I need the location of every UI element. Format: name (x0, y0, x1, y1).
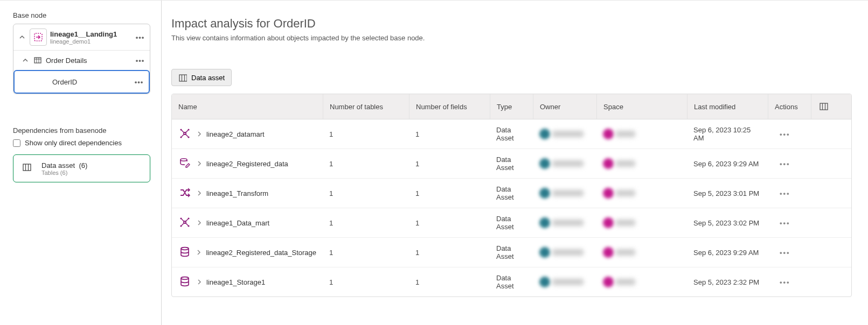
col-fields[interactable]: Number of fields (409, 94, 490, 119)
page-subtitle: This view contains information about obj… (171, 34, 852, 42)
storage-icon (178, 245, 192, 259)
hub-icon (178, 216, 192, 230)
row-type: Data Asset (490, 274, 533, 290)
chevron-right-icon[interactable] (196, 130, 203, 138)
table-row[interactable]: lineage1_Storage1 1 1 Data Asset Sep 5, … (172, 267, 851, 296)
col-owner[interactable]: Owner (533, 94, 596, 119)
row-fields: 1 (409, 189, 490, 197)
selected-field-row[interactable]: OrderID ••• (13, 70, 150, 94)
table-icon (33, 55, 43, 65)
edit-db-icon (178, 157, 192, 171)
row-space (596, 217, 687, 228)
row-name: lineage1_Data_mart (206, 219, 269, 227)
row-space (596, 158, 687, 169)
chevron-right-icon[interactable] (196, 189, 203, 197)
show-direct-label[interactable]: Show only direct dependencies (25, 139, 122, 147)
row-space (596, 188, 687, 199)
base-node-subtitle: lineage_demo1 (50, 38, 131, 45)
row-tables: 1 (323, 189, 409, 197)
row-name: lineage1_Transform (206, 189, 268, 197)
row-actions-button[interactable]: ••• (774, 189, 790, 197)
child-node-row[interactable]: Order Details ••• (13, 50, 150, 70)
row-actions-button[interactable]: ••• (774, 249, 790, 257)
row-fields: 1 (409, 219, 490, 227)
row-type: Data Asset (490, 185, 533, 201)
col-space[interactable]: Space (596, 94, 687, 119)
row-tables: 1 (323, 278, 409, 286)
row-owner (533, 277, 596, 287)
table-row[interactable]: lineage2_Registered_data 1 1 Data Asset … (172, 149, 851, 179)
row-actions-button[interactable]: ••• (774, 130, 790, 138)
table-row[interactable]: lineage2_datamart 1 1 Data Asset Sep 6, … (172, 119, 851, 149)
row-name: lineage1_Storage1 (206, 278, 265, 286)
base-node-label: Base node (13, 11, 150, 19)
base-node-card: lineage1__Landing1 lineage_demo1 ••• Ord… (13, 24, 150, 94)
row-fields: 1 (409, 130, 490, 138)
chevron-right-icon[interactable] (196, 219, 203, 227)
row-actions-button[interactable]: ••• (774, 160, 790, 168)
row-owner (533, 188, 596, 199)
base-node-title: lineage1__Landing1 (50, 30, 131, 38)
selected-field-title: OrderID (36, 78, 134, 86)
col-tables[interactable]: Number of tables (323, 94, 409, 119)
columns-icon (20, 160, 36, 176)
table-header: Name Number of tables Number of fields T… (172, 94, 851, 119)
row-type: Data Asset (490, 156, 533, 172)
data-asset-filter-button[interactable]: Data asset (171, 69, 232, 86)
row-name: lineage2_Registered_data (206, 160, 288, 168)
more-icon[interactable]: ••• (134, 76, 144, 87)
chevron-right-icon[interactable] (195, 249, 203, 256)
row-actions-button[interactable]: ••• (774, 278, 790, 286)
row-modified: Sep 6, 2023 9:29 AM (687, 249, 768, 257)
child-node-title: Order Details (46, 56, 131, 65)
page-title: Impact analysis for OrderID (171, 17, 852, 31)
table-row[interactable]: lineage2_Registered_data_Storage 1 1 Dat… (172, 238, 851, 267)
row-modified: Sep 5, 2023 3:01 PM (687, 189, 768, 197)
chevron-up-icon[interactable] (18, 33, 26, 41)
row-fields: 1 (409, 249, 490, 257)
row-fields: 1 (409, 160, 490, 168)
row-type: Data Asset (490, 215, 533, 231)
row-name: lineage2_Registered_data_Storage (206, 249, 316, 257)
dependencies-label: Dependencies from basenode (13, 126, 150, 135)
row-space (596, 247, 687, 258)
row-modified: Sep 6, 2023 10:25 AM (687, 126, 768, 142)
col-modified[interactable]: Last modified (687, 94, 768, 119)
row-modified: Sep 5, 2023 3:02 PM (687, 219, 768, 227)
row-actions-button[interactable]: ••• (774, 219, 790, 227)
more-icon[interactable]: ••• (135, 32, 145, 43)
row-space (596, 129, 687, 139)
row-tables: 1 (323, 219, 409, 227)
col-type[interactable]: Type (490, 94, 533, 119)
sidebar: Base node lineage1__Landing1 lineage_dem… (0, 1, 162, 325)
results-table: Name Number of tables Number of fields T… (171, 94, 852, 297)
row-owner (533, 158, 596, 169)
chevron-right-icon[interactable] (196, 278, 203, 286)
row-tables: 1 (323, 249, 409, 257)
col-actions[interactable]: Actions (768, 94, 811, 119)
row-fields: 1 (409, 278, 490, 286)
row-owner (533, 247, 596, 258)
filter-data-asset[interactable]: Data asset (6) Tables (6) (13, 154, 150, 182)
col-name[interactable]: Name (172, 94, 323, 119)
hub-icon (178, 127, 192, 141)
chevron-right-icon[interactable] (196, 160, 203, 167)
table-row[interactable]: lineage1_Data_mart 1 1 Data Asset Sep 5,… (172, 208, 851, 238)
chevron-up-icon[interactable] (21, 56, 30, 65)
row-space (596, 277, 687, 287)
row-name: lineage2_datamart (206, 130, 265, 138)
row-owner (533, 129, 596, 139)
more-icon[interactable]: ••• (135, 55, 145, 66)
row-type: Data Asset (490, 126, 533, 142)
row-type: Data Asset (490, 244, 533, 260)
row-modified: Sep 6, 2023 9:29 AM (687, 160, 768, 168)
show-direct-checkbox[interactable] (13, 139, 20, 147)
row-tables: 1 (323, 130, 409, 138)
filter-chip-title: Data asset (6) (41, 161, 87, 169)
row-modified: Sep 5, 2023 2:32 PM (687, 278, 768, 286)
landing-icon (30, 29, 47, 46)
base-node-row[interactable]: lineage1__Landing1 lineage_demo1 ••• (13, 24, 150, 50)
column-settings-button[interactable] (811, 94, 836, 119)
row-tables: 1 (323, 160, 409, 168)
table-row[interactable]: lineage1_Transform 1 1 Data Asset Sep 5,… (172, 179, 851, 208)
